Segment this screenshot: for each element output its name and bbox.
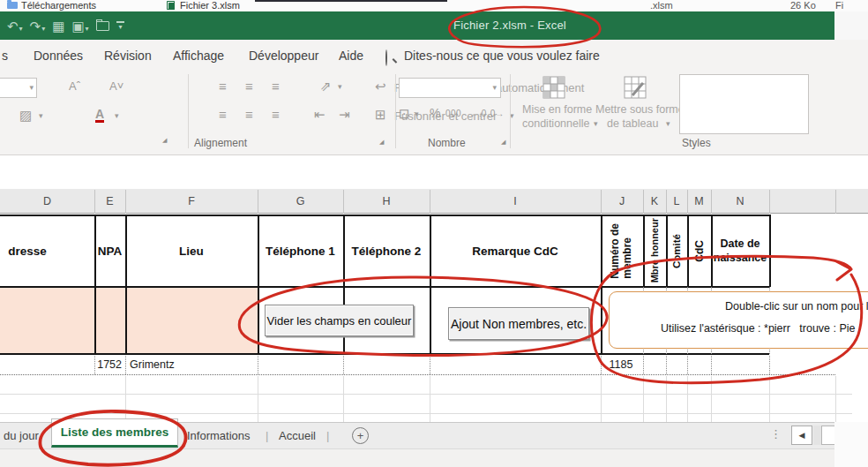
- header-adresse[interactable]: dresse: [0, 215, 58, 287]
- sheet-tab-du-jour[interactable]: du jour: [4, 429, 39, 442]
- scroll-left-button[interactable]: ◀: [791, 426, 812, 445]
- cell-lieu-grimentz[interactable]: Grimentz: [130, 358, 175, 371]
- grow-font-icon[interactable]: Aˆ: [69, 80, 80, 92]
- open-file-icon[interactable]: [96, 21, 109, 31]
- tab-affichage[interactable]: Affichage: [173, 49, 224, 63]
- header-telephone1[interactable]: Téléphone 1: [258, 215, 343, 287]
- header-lieu[interactable]: Lieu: [125, 215, 258, 287]
- alignment-dialog-launcher-icon[interactable]: ◢: [379, 139, 384, 146]
- sheet-tab-accueil[interactable]: Accueil: [279, 429, 316, 442]
- file3-label[interactable]: Fichier 3.xlsm: [180, 0, 240, 11]
- header-comite[interactable]: Comité: [666, 215, 687, 287]
- tab-revision[interactable]: Révision: [104, 49, 152, 63]
- column-letter[interactable]: E: [94, 190, 125, 214]
- align-middle-icon[interactable]: ≡: [245, 79, 253, 93]
- dropdown-icon: ▾: [29, 84, 34, 92]
- conditional-formatting-label-2[interactable]: conditionnelle: [522, 117, 589, 130]
- group-divider: [188, 74, 189, 148]
- paste-icon[interactable]: ▣▾: [71, 19, 88, 33]
- borders-icon[interactable]: ▦: [52, 19, 64, 33]
- format-as-table-label-1[interactable]: Mettre sous forme: [595, 103, 685, 116]
- align-right-icon[interactable]: ≡: [272, 108, 280, 121]
- comma-style-icon[interactable]: 000: [445, 109, 461, 118]
- column-letter[interactable]: I: [430, 190, 601, 214]
- align-bottom-icon[interactable]: ≡: [272, 79, 280, 93]
- header-mbre-honneur[interactable]: Mbre honneur: [643, 215, 666, 287]
- ribbon-tab-row: s Données Révision Affichage Développeur…: [0, 40, 868, 70]
- increase-indent-icon[interactable]: ⇥: [339, 108, 350, 121]
- status-bar: [0, 448, 834, 467]
- sheet-tab-informations[interactable]: Informations: [187, 429, 251, 442]
- dropdown-icon[interactable]: ▾: [115, 112, 119, 120]
- search-icon[interactable]: [385, 49, 387, 66]
- column-letter[interactable]: J: [601, 190, 643, 214]
- header-date-naissance[interactable]: Date denaissance: [711, 215, 769, 287]
- decrease-decimal-icon[interactable]: .0→: [488, 109, 504, 118]
- info-tooltip-box: Double-clic sur un nom pour le repo Util…: [609, 291, 868, 349]
- header-npa[interactable]: NPA: [94, 215, 125, 287]
- column-letter[interactable]: D: [0, 190, 94, 214]
- dropdown-icon[interactable]: ▾: [39, 112, 43, 120]
- clear-fields-button[interactable]: Vider les champs en couleur: [265, 305, 414, 336]
- ribbon: ▾ Aˆ A˅ ▨ ▾ A ▾ ◢ ≡ ≡ ≡ ⇗ ▾ ↩ Renvoyer à…: [0, 70, 868, 155]
- header-telephone2[interactable]: Téléphone 2: [343, 215, 430, 287]
- sheet-tab-liste-des-membres[interactable]: Liste des membres: [51, 418, 178, 448]
- window-top-edge: [255, 0, 447, 2]
- column-letter[interactable]: K: [643, 190, 666, 214]
- highlighted-row-fill[interactable]: [0, 287, 258, 355]
- dropdown-icon[interactable]: ▾: [415, 110, 419, 118]
- dropdown-icon[interactable]: ▾: [666, 120, 670, 128]
- header-numero-membre[interactable]: Numéro demembre: [601, 215, 643, 287]
- shrink-font-icon[interactable]: A˅: [109, 80, 123, 92]
- align-left-icon[interactable]: ≡: [219, 108, 227, 121]
- font-color-icon[interactable]: A: [95, 108, 104, 123]
- increase-decimal-icon[interactable]: ←.0: [470, 109, 486, 118]
- undo-icon[interactable]: ↶▾: [7, 19, 23, 33]
- column-letter[interactable]: F: [125, 190, 258, 214]
- number-dialog-launcher-icon[interactable]: ◢: [501, 139, 505, 146]
- merge-center-icon[interactable]: ⊞: [375, 108, 386, 121]
- conditional-formatting-label-1[interactable]: Mise en forme: [522, 103, 592, 116]
- cell-member-1185[interactable]: 1185: [601, 358, 641, 371]
- align-center-icon[interactable]: ≡: [245, 108, 253, 121]
- tab-aide[interactable]: Aide: [339, 49, 363, 63]
- header-remarque-cdc[interactable]: Remarque CdC: [430, 215, 601, 287]
- group-divider: [395, 74, 396, 148]
- font-dialog-launcher-icon[interactable]: ◢: [162, 137, 167, 144]
- cell-styles-gallery[interactable]: [679, 74, 809, 134]
- tab-donnees[interactable]: Données: [34, 49, 83, 63]
- accounting-format-icon[interactable]: ⊡: [399, 107, 410, 120]
- background-gap: [834, 11, 868, 40]
- downloads-folder-icon: [7, 2, 18, 9]
- column-letter[interactable]: M: [687, 190, 711, 214]
- header-cdc[interactable]: CdC: [687, 215, 711, 287]
- column-letter[interactable]: H: [343, 190, 430, 214]
- tell-me-search[interactable]: Dites-nous ce que vous voulez faire: [404, 49, 600, 63]
- font-size-box[interactable]: ▾: [0, 78, 37, 98]
- format-as-table-icon[interactable]: [624, 76, 647, 99]
- column-letter[interactable]: N: [711, 190, 769, 214]
- column-letter[interactable]: G: [258, 190, 343, 214]
- cell-npa-1752[interactable]: 1752: [92, 358, 122, 371]
- dropdown-icon[interactable]: ▾: [594, 120, 598, 128]
- customize-qat-icon[interactable]: ▾: [116, 21, 124, 31]
- orientation-icon[interactable]: ⇗: [320, 79, 332, 93]
- wrap-text-icon[interactable]: ↩: [375, 79, 386, 93]
- column-letter[interactable]: L: [666, 190, 687, 214]
- new-sheet-button[interactable]: +: [352, 427, 369, 444]
- tab-formules-partial[interactable]: s: [2, 49, 8, 63]
- downloads-label[interactable]: Téléchargements: [21, 0, 96, 11]
- tab-developpeur[interactable]: Développeur: [249, 49, 318, 63]
- redo-icon[interactable]: ↷▾: [30, 19, 46, 33]
- align-top-icon[interactable]: ≡: [219, 79, 227, 93]
- conditional-formatting-icon[interactable]: [542, 76, 565, 99]
- tab-scroll-handle-icon[interactable]: ⋮: [770, 427, 782, 441]
- number-format-box[interactable]: ▾: [399, 78, 501, 98]
- decrease-indent-icon[interactable]: ⇤: [314, 108, 326, 121]
- fill-color-icon[interactable]: ▨: [19, 109, 32, 122]
- percent-style-icon[interactable]: %: [430, 107, 440, 119]
- window-title: Fichier 2.xlsm - Excel: [453, 19, 566, 32]
- add-non-members-button[interactable]: Ajout Non membres, etc.: [448, 307, 589, 340]
- dropdown-icon[interactable]: ▾: [338, 83, 342, 91]
- format-as-table-label-2[interactable]: de tableau: [607, 117, 658, 130]
